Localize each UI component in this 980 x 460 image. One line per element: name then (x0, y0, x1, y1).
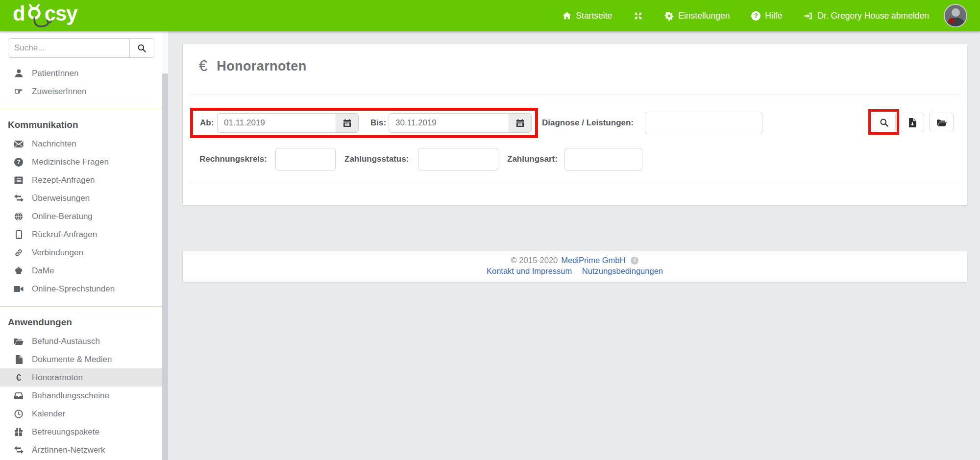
sidebar-item-kalender[interactable]: Kalender (0, 405, 162, 423)
bis-date-group (389, 113, 532, 133)
calendar-icon (516, 119, 524, 127)
app-logo[interactable]: d csy (13, 0, 77, 31)
sidebar-item-nachrichten[interactable]: Nachrichten (0, 135, 162, 153)
home-icon (563, 11, 571, 20)
sidebar-divider (0, 306, 162, 307)
bis-label: Bis: (370, 113, 386, 133)
sidebar-scrollbar-track[interactable] (162, 31, 168, 460)
page-footer: © 2015-2020 MediPrime GmbH i Kontakt und… (183, 251, 967, 282)
bis-date-input[interactable] (389, 113, 509, 133)
nav-abmelden[interactable]: Dr. Gregory House abmelden (804, 11, 929, 21)
sidebar-item-label: Rezept-Anfragen (32, 175, 95, 185)
sidebar-item-rueckruf-anfragen[interactable]: Rückruf-Anfragen (0, 225, 162, 243)
sidebar-item-dame[interactable]: ♚ DaMe (0, 262, 162, 280)
gift-icon (13, 428, 24, 436)
zahlungsart-input[interactable] (564, 148, 642, 170)
diagnose-label: Diagnose / Leistungen: (542, 112, 634, 134)
folder-button[interactable] (929, 113, 954, 132)
sidebar-item-zuweiserinnen[interactable]: ☞ ZuweiserInnen (0, 82, 162, 100)
video-camera-icon (13, 286, 24, 292)
sidebar-item-honorarnoten[interactable]: € Honorarnoten (0, 368, 162, 387)
zahlungsstatus-input[interactable] (418, 148, 498, 170)
sidebar-item-label: Medizinische Fragen (32, 157, 109, 167)
sidebar-item-ueberweisungen[interactable]: Überweisungen (0, 189, 162, 207)
sidebar-item-dokumente-medien[interactable]: Dokumente & Medien (0, 350, 162, 368)
sidebar-item-label: Betreuungspakete (32, 427, 99, 437)
sidebar-item-label: Behandlungsscheine (32, 391, 109, 401)
sidebar-item-label: Verbindungen (32, 248, 83, 258)
nav-label: Hilfe (765, 11, 782, 21)
nav-hilfe[interactable]: ? Hilfe (751, 11, 782, 21)
sidebar: PatientInnen ☞ ZuweiserInnen Kommunikati… (0, 31, 162, 460)
clock-icon (13, 410, 24, 418)
company-link[interactable]: MediPrime GmbH (561, 256, 625, 265)
sidebar-item-rezept-anfragen[interactable]: Rezept-Anfragen (0, 171, 162, 189)
sidebar-item-label: Dokumente & Medien (32, 355, 112, 364)
main-content: € Honorarnoten Ab: Bis: Diagnose / Leist… (168, 31, 980, 460)
nav-label: Einstellungen (678, 11, 730, 21)
gear-icon (664, 11, 674, 21)
top-header: d csy Startseite Einstellunge (0, 0, 980, 31)
ab-calendar-button[interactable] (336, 113, 359, 133)
exchange-icon (13, 446, 24, 454)
sidebar-item-label: Honorarnoten (32, 373, 83, 383)
info-icon[interactable]: i (631, 257, 638, 265)
sidebar-item-betreuungspakete[interactable]: Betreuungspakete (0, 423, 162, 441)
fullscreen-icon (634, 11, 643, 21)
help-icon: ? (751, 11, 760, 21)
panel-divider (190, 95, 959, 95)
copyright-text: © 2015-2020 (511, 256, 558, 265)
sidebar-section-heading: Kommunikation (8, 120, 154, 130)
file-icon (13, 355, 24, 364)
sidebar-item-label: DaMe (32, 266, 54, 276)
sidebar-item-label: Befund-Austausch (32, 337, 100, 346)
zahlungsart-label: Zahlungsart: (507, 148, 558, 170)
sidebar-item-label: PatientInnen (32, 69, 78, 78)
sidebar-item-online-beratung[interactable]: Online-Beratung (0, 207, 162, 225)
nav-einstellungen[interactable]: Einstellungen (664, 11, 730, 21)
mobile-icon (13, 230, 24, 239)
ab-date-input[interactable] (217, 113, 336, 133)
diagnose-input[interactable] (645, 112, 762, 134)
link-icon (13, 248, 24, 257)
footer-link-nutzungsbedingungen[interactable]: Nutzungsbedingungen (582, 266, 663, 275)
rechnungskreis-label: Rechnungskreis: (199, 148, 267, 170)
sidebar-item-aerztinnen-netzwerk[interactable]: ÄrztInnen-Netzwerk (0, 441, 162, 459)
sidebar-section-heading: Anwendungen (8, 317, 154, 328)
search-button[interactable] (129, 39, 154, 57)
search-button[interactable] (873, 113, 896, 132)
sidebar-item-behandlungsscheine[interactable]: Behandlungsscheine (0, 387, 162, 405)
bis-calendar-button[interactable] (509, 113, 532, 133)
footer-link-impressum[interactable]: Kontakt und Impressum (487, 266, 572, 275)
sidebar-scrollbar-thumb[interactable] (162, 73, 168, 460)
calendar-icon (343, 119, 351, 127)
nav-startseite[interactable]: Startseite (563, 11, 612, 21)
nav-label: Dr. Gregory House abmelden (817, 11, 929, 21)
export-button[interactable] (901, 113, 924, 132)
sidebar-item-verbindungen[interactable]: Verbindungen (0, 243, 162, 262)
user-icon (13, 69, 24, 78)
user-avatar[interactable] (944, 4, 967, 27)
sidebar-item-online-sprechstunden[interactable]: Online-Sprechstunden (0, 280, 162, 298)
page-title-text: Honorarnoten (217, 59, 306, 74)
panel-divider (190, 184, 959, 184)
honorarnoten-panel: € Honorarnoten Ab: Bis: Diagnose / Leist… (183, 44, 967, 205)
search-icon (137, 44, 147, 53)
folder-open-icon (13, 338, 24, 345)
page-title: € Honorarnoten (199, 57, 307, 75)
envelope-icon (13, 140, 24, 148)
hand-point-right-icon: ☞ (13, 87, 24, 96)
euro-icon: € (13, 373, 24, 382)
search-input[interactable] (8, 39, 129, 57)
nav-fullscreen[interactable] (634, 11, 643, 21)
list-icon (13, 176, 24, 184)
sidebar-item-befund-austausch[interactable]: Befund-Austausch (0, 332, 162, 350)
file-export-icon (908, 118, 916, 127)
question-circle-icon: ? (13, 158, 24, 167)
rechnungskreis-input[interactable] (275, 148, 336, 170)
sidebar-item-medizinische-fragen[interactable]: ? Medizinische Fragen (0, 153, 162, 171)
sidebar-item-patientinnen[interactable]: PatientInnen (0, 64, 162, 82)
sidebar-item-label: Nachrichten (32, 139, 76, 149)
logo-text-right: csy (45, 0, 77, 29)
sidebar-item-label: ZuweiserInnen (32, 87, 87, 97)
